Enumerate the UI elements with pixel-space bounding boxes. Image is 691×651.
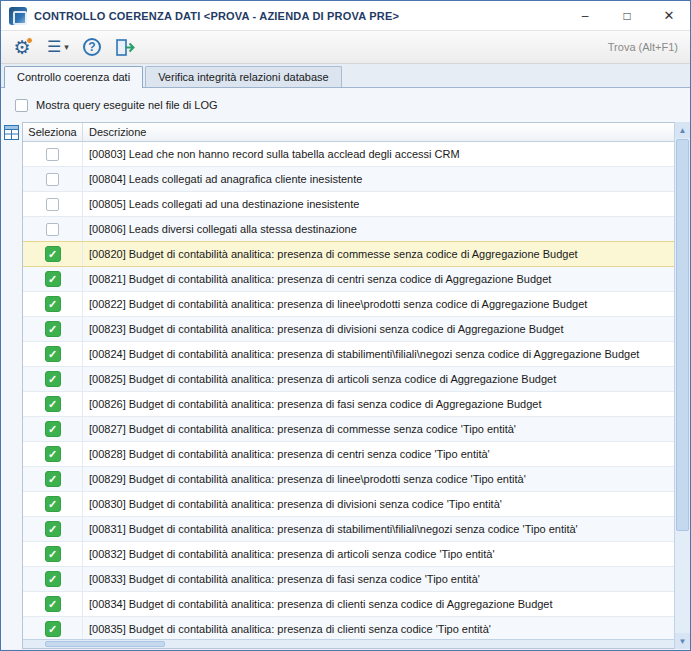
seleziona-cell: ✓ bbox=[23, 342, 83, 366]
show-log-checkbox[interactable] bbox=[15, 99, 28, 112]
row-checkbox[interactable]: ✓ bbox=[45, 621, 61, 637]
tab-controllo-coerenza-dati[interactable]: Controllo coerenza dati bbox=[4, 66, 143, 88]
app-window: { "window": { "title": "CONTROLLO COEREN… bbox=[0, 0, 691, 651]
row-checkbox[interactable]: ✓ bbox=[45, 396, 61, 412]
table-row[interactable]: [00805] Leads collegati ad una destinazi… bbox=[23, 192, 674, 217]
row-description: [00806] Leads diversi collegati alla ste… bbox=[83, 217, 674, 241]
tab-verifica-integrita-database[interactable]: Verifica integrità relazioni database bbox=[145, 66, 342, 87]
table-row[interactable]: ✓ [00823] Budget di contabilità analitic… bbox=[23, 317, 674, 342]
row-description: [00827] Budget di contabilità analitica:… bbox=[83, 417, 674, 441]
row-description: [00830] Budget di contabilità analitica:… bbox=[83, 492, 674, 516]
table-row[interactable]: ✓ [00834] Budget di contabilità analitic… bbox=[23, 592, 674, 617]
table-row[interactable]: ✓ [00835] Budget di contabilità analitic… bbox=[23, 617, 674, 639]
table-row[interactable]: ✓ [00824] Budget di contabilità analitic… bbox=[23, 342, 674, 367]
seleziona-cell: ✓ bbox=[23, 567, 83, 591]
checks-table: Seleziona Descrizione [00803] Lead che n… bbox=[22, 122, 674, 649]
column-header-descrizione[interactable]: Descrizione bbox=[83, 123, 674, 141]
scroll-down-icon[interactable]: ▼ bbox=[675, 633, 690, 649]
table-row[interactable]: ✓ [00830] Budget di contabilità analitic… bbox=[23, 492, 674, 517]
table-row[interactable]: ✓ [00829] Budget di contabilità analitic… bbox=[23, 467, 674, 492]
exit-button[interactable] bbox=[115, 37, 137, 57]
row-checkbox[interactable]: ✓ bbox=[45, 421, 61, 437]
vertical-scroll-thumb[interactable] bbox=[676, 139, 689, 531]
row-checkbox[interactable]: ✓ bbox=[45, 571, 61, 587]
row-checkbox[interactable]: ✓ bbox=[45, 271, 61, 287]
exit-door-icon bbox=[116, 39, 135, 56]
row-checkbox[interactable]: ✓ bbox=[45, 371, 61, 387]
hamburger-icon: ☰ bbox=[47, 39, 61, 55]
row-checkbox[interactable]: ✓ bbox=[45, 446, 61, 462]
grid-gutter bbox=[1, 122, 22, 649]
seleziona-cell: ✓ bbox=[23, 367, 83, 391]
row-checkbox[interactable]: ✓ bbox=[45, 521, 61, 537]
row-description: [00820] Budget di contabilità analitica:… bbox=[83, 242, 674, 266]
row-description: [00823] Budget di contabilità analitica:… bbox=[83, 317, 674, 341]
table-icon[interactable] bbox=[4, 125, 19, 140]
row-description: [00835] Budget di contabilità analitica:… bbox=[83, 617, 674, 639]
table-row[interactable]: [00806] Leads diversi collegati alla ste… bbox=[23, 217, 674, 242]
scroll-track[interactable] bbox=[675, 532, 690, 633]
row-checkbox[interactable] bbox=[46, 223, 59, 236]
row-checkbox[interactable] bbox=[46, 198, 59, 211]
table-row[interactable]: ✓ [00832] Budget di contabilità analitic… bbox=[23, 542, 674, 567]
chevron-down-icon: ▾ bbox=[64, 42, 69, 52]
close-button[interactable]: ✕ bbox=[648, 1, 690, 31]
show-log-label: Mostra query eseguite nel file di LOG bbox=[36, 99, 218, 111]
table-row[interactable]: [00804] Leads collegati ad anagrafica cl… bbox=[23, 167, 674, 192]
seleziona-cell: ✓ bbox=[23, 442, 83, 466]
table-body: [00803] Lead che non hanno record sulla … bbox=[23, 142, 674, 639]
seleziona-cell bbox=[23, 192, 83, 216]
maximize-button[interactable]: □ bbox=[606, 1, 648, 31]
row-description: [00822] Budget di contabilità analitica:… bbox=[83, 292, 674, 316]
row-checkbox[interactable] bbox=[46, 173, 59, 186]
row-checkbox[interactable]: ✓ bbox=[45, 596, 61, 612]
seleziona-cell: ✓ bbox=[23, 242, 83, 266]
tab-bar: Controllo coerenza dati Verifica integri… bbox=[1, 64, 690, 88]
table-row[interactable]: [00803] Lead che non hanno record sulla … bbox=[23, 142, 674, 167]
row-checkbox[interactable]: ✓ bbox=[45, 496, 61, 512]
row-description: [00834] Budget di contabilità analitica:… bbox=[83, 592, 674, 616]
column-header-seleziona[interactable]: Seleziona bbox=[23, 123, 83, 141]
row-description: [00824] Budget di contabilità analitica:… bbox=[83, 342, 674, 366]
vertical-scrollbar[interactable]: ▲ ▼ bbox=[674, 122, 690, 649]
table-row[interactable]: ✓ [00828] Budget di contabilità analitic… bbox=[23, 442, 674, 467]
toolbar: ⚙ ☰ ▾ ? Trova (Alt+F1) bbox=[1, 31, 690, 64]
scroll-up-icon[interactable]: ▲ bbox=[675, 122, 690, 138]
window-title: CONTROLLO COERENZA DATI <PROVA - AZIENDA… bbox=[34, 10, 399, 22]
row-checkbox[interactable]: ✓ bbox=[45, 471, 61, 487]
row-checkbox[interactable] bbox=[46, 148, 59, 161]
row-description: [00803] Lead che non hanno record sulla … bbox=[83, 142, 674, 166]
table-row[interactable]: ✓ [00820] Budget di contabilità analitic… bbox=[23, 241, 674, 267]
grid-area: Seleziona Descrizione [00803] Lead che n… bbox=[1, 122, 690, 649]
table-row[interactable]: ✓ [00831] Budget di contabilità analitic… bbox=[23, 517, 674, 542]
titlebar: CONTROLLO COERENZA DATI <PROVA - AZIENDA… bbox=[1, 1, 690, 31]
table-row[interactable]: ✓ [00822] Budget di contabilità analitic… bbox=[23, 292, 674, 317]
gear-badge-icon bbox=[26, 37, 33, 44]
menu-button[interactable]: ☰ ▾ bbox=[47, 39, 69, 55]
row-description: [00825] Budget di contabilità analitica:… bbox=[83, 367, 674, 391]
horizontal-scroll-thumb[interactable] bbox=[45, 641, 165, 647]
seleziona-cell: ✓ bbox=[23, 617, 83, 639]
seleziona-cell: ✓ bbox=[23, 467, 83, 491]
seleziona-cell: ✓ bbox=[23, 517, 83, 541]
app-icon bbox=[9, 7, 27, 25]
row-checkbox[interactable]: ✓ bbox=[45, 296, 61, 312]
table-row[interactable]: ✓ [00821] Budget di contabilità analitic… bbox=[23, 267, 674, 292]
horizontal-scrollbar[interactable] bbox=[23, 639, 674, 648]
row-description: [00831] Budget di contabilità analitica:… bbox=[83, 517, 674, 541]
row-checkbox[interactable]: ✓ bbox=[45, 546, 61, 562]
tab-content: Mostra query eseguite nel file di LOG Se… bbox=[1, 88, 690, 649]
help-button[interactable]: ? bbox=[83, 38, 101, 56]
row-checkbox[interactable]: ✓ bbox=[45, 346, 61, 362]
minimize-button[interactable]: – bbox=[564, 1, 606, 31]
table-row[interactable]: ✓ [00827] Budget di contabilità analitic… bbox=[23, 417, 674, 442]
row-checkbox[interactable]: ✓ bbox=[45, 321, 61, 337]
table-row[interactable]: ✓ [00833] Budget di contabilità analitic… bbox=[23, 567, 674, 592]
settings-button[interactable]: ⚙ bbox=[11, 36, 33, 58]
seleziona-cell: ✓ bbox=[23, 492, 83, 516]
table-row[interactable]: ✓ [00826] Budget di contabilità analitic… bbox=[23, 392, 674, 417]
table-row[interactable]: ✓ [00825] Budget di contabilità analitic… bbox=[23, 367, 674, 392]
seleziona-cell: ✓ bbox=[23, 417, 83, 441]
row-checkbox[interactable]: ✓ bbox=[45, 246, 61, 262]
find-shortcut-label[interactable]: Trova (Alt+F1) bbox=[608, 41, 680, 53]
